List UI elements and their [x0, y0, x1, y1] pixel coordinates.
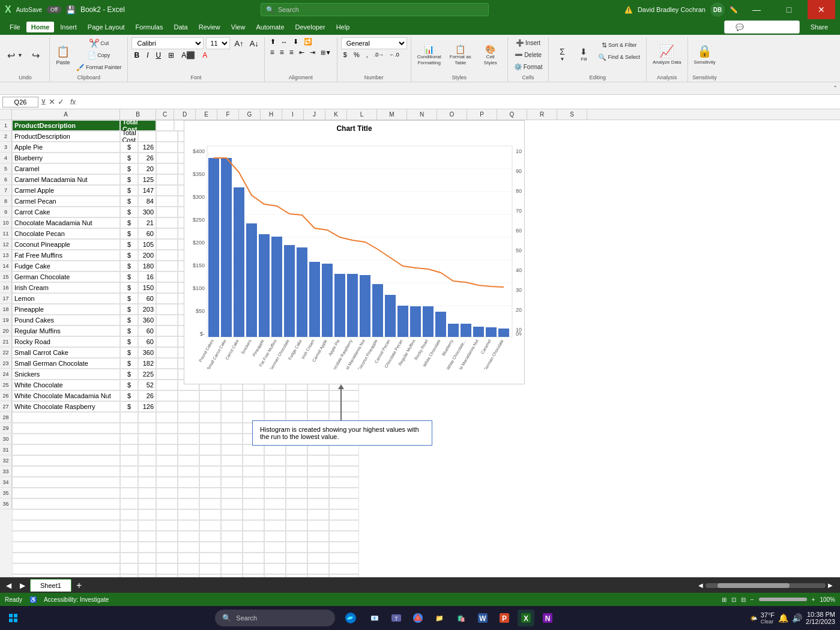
page-break-view-btn[interactable]: ⊟: [741, 596, 746, 603]
row-header-2[interactable]: 2: [0, 131, 12, 142]
cell-col4-row30[interactable]: [178, 444, 199, 455]
format-as-table-btn[interactable]: 📋 Format as Table: [447, 38, 474, 72]
cell-a29[interactable]: [12, 434, 120, 444]
menu-formulas[interactable]: Formulas: [131, 22, 168, 32]
number-format-select[interactable]: General: [341, 37, 407, 49]
taskbar-explorer-icon[interactable]: 📁: [431, 610, 448, 626]
row-header-17[interactable]: 17: [0, 293, 12, 304]
menu-review[interactable]: Review: [194, 22, 225, 32]
col-header-p[interactable]: P: [467, 109, 497, 120]
cell-a26[interactable]: White Chocolate Raspberry: [12, 401, 120, 412]
row-header-1[interactable]: 1: [0, 120, 12, 131]
empty-cell-31-5[interactable]: [199, 563, 221, 574]
empty-cell-30-5[interactable]: [199, 553, 221, 563]
cell-b1[interactable]: Total Cost: [120, 131, 138, 142]
menu-developer[interactable]: Developer: [291, 22, 330, 32]
cell-a31[interactable]: [12, 455, 120, 466]
cell-col7-row35[interactable]: [243, 498, 264, 509]
empty-cell-32-4[interactable]: [178, 574, 199, 577]
row-header-3[interactable]: 3: [0, 142, 12, 153]
cell-col8-row34[interactable]: [264, 488, 286, 498]
empty-cell-27-10[interactable]: [307, 520, 329, 531]
row-header-24[interactable]: 24: [0, 369, 12, 380]
row-header-7[interactable]: 7: [0, 185, 12, 196]
cell-col10-row35[interactable]: [307, 498, 329, 509]
col-header-r[interactable]: R: [527, 109, 557, 120]
cell-col5-row30[interactable]: [199, 444, 221, 455]
col-header-n[interactable]: N: [407, 109, 437, 120]
cell-col10-row26[interactable]: [307, 401, 329, 412]
row-header-32[interactable]: 32: [0, 455, 12, 466]
align-bottom-btn[interactable]: ⬇: [291, 37, 300, 46]
cell-c34[interactable]: [138, 488, 156, 498]
formula-bar-expand-icon[interactable]: ⊻: [41, 98, 46, 106]
comma-btn[interactable]: ,: [364, 50, 370, 59]
col-header-i[interactable]: I: [282, 109, 304, 120]
cell-col5-row28[interactable]: [199, 423, 221, 434]
percent-btn[interactable]: %: [351, 50, 362, 59]
cell-col3-row6[interactable]: [156, 185, 178, 196]
border-button[interactable]: ⊞: [166, 50, 177, 60]
cell-c27[interactable]: [138, 412, 156, 423]
zoom-out-btn[interactable]: −: [751, 596, 754, 603]
empty-cell-32-7[interactable]: [243, 574, 264, 577]
cell-col7-row30[interactable]: [243, 444, 264, 455]
cell-col6-row29[interactable]: [221, 434, 243, 444]
row-header-22[interactable]: 22: [0, 347, 12, 358]
cell-col6-row31[interactable]: [221, 455, 243, 466]
accessibility-status[interactable]: Accessibility: Investigate: [44, 596, 109, 603]
cell-col10-row25[interactable]: [307, 390, 329, 401]
cell-col5-row27[interactable]: [199, 412, 221, 423]
cell-col11-row35[interactable]: [329, 498, 359, 509]
empty-cell-27-7[interactable]: [243, 520, 264, 531]
cell-col3-row10[interactable]: [156, 228, 178, 239]
cell-col6-row34[interactable]: [221, 488, 243, 498]
menu-view[interactable]: View: [226, 22, 250, 32]
cell-a11[interactable]: Coconut Pineapple: [12, 239, 120, 250]
col-header-k[interactable]: K: [325, 109, 347, 120]
empty-cell-29-8[interactable]: [264, 542, 286, 553]
cell-b33[interactable]: [120, 477, 138, 488]
row-header-34[interactable]: 34: [0, 477, 12, 488]
cell-styles-btn[interactable]: 🎨 Cell Styles: [477, 38, 504, 72]
cell-b23[interactable]: $: [120, 369, 138, 380]
format-cells-btn[interactable]: ⚙️Format: [512, 61, 545, 72]
cell-col3-row23[interactable]: [156, 369, 178, 380]
row-header-36[interactable]: 36: [0, 498, 12, 509]
cell-a1[interactable]: ProductDescription: [12, 120, 120, 131]
cell-col3-row26[interactable]: [156, 401, 178, 412]
cell-b31[interactable]: [120, 455, 138, 466]
cell-col6-row33[interactable]: [221, 477, 243, 488]
cell-c1[interactable]: [138, 131, 156, 142]
copy-button[interactable]: 📄Copy: [74, 50, 124, 61]
cell-a14[interactable]: German Chocolate: [12, 271, 120, 282]
cell-a6[interactable]: Carmel Apple: [12, 185, 120, 196]
cell-col6-row26[interactable]: [221, 401, 243, 412]
cell-b25[interactable]: $: [120, 390, 138, 401]
cell-col8-row35[interactable]: [264, 498, 286, 509]
col-header-l[interactable]: L: [347, 109, 377, 120]
cell-a22[interactable]: Small German Chocolate: [12, 358, 120, 369]
empty-cell-28-3[interactable]: [156, 531, 178, 542]
empty-cell-32-0[interactable]: [12, 574, 120, 577]
taskbar-excel-icon[interactable]: X: [518, 610, 534, 626]
cell-c9[interactable]: 21: [138, 217, 156, 228]
cell-col3-row27[interactable]: [156, 412, 178, 423]
cell-c25[interactable]: 26: [138, 390, 156, 401]
cell-c18[interactable]: 360: [138, 315, 156, 326]
empty-cell-32-11[interactable]: [329, 574, 359, 577]
cell-b34[interactable]: [120, 488, 138, 498]
cell-col4-row31[interactable]: [178, 455, 199, 466]
cell-col3-row33[interactable]: [156, 477, 178, 488]
close-button[interactable]: ✕: [808, 0, 835, 19]
cell-col3-row28[interactable]: [156, 423, 178, 434]
cell-c8[interactable]: 300: [138, 207, 156, 217]
minimize-button[interactable]: —: [743, 0, 770, 19]
cell-col3-row8[interactable]: [156, 207, 178, 217]
empty-cell-27-11[interactable]: [329, 520, 359, 531]
cell-col9-row26[interactable]: [286, 401, 307, 412]
cell-col10-row36[interactable]: [307, 509, 329, 520]
cell-b12[interactable]: $: [120, 250, 138, 261]
cell-c2[interactable]: 126: [138, 142, 156, 153]
row-header-27[interactable]: 27: [0, 401, 12, 412]
